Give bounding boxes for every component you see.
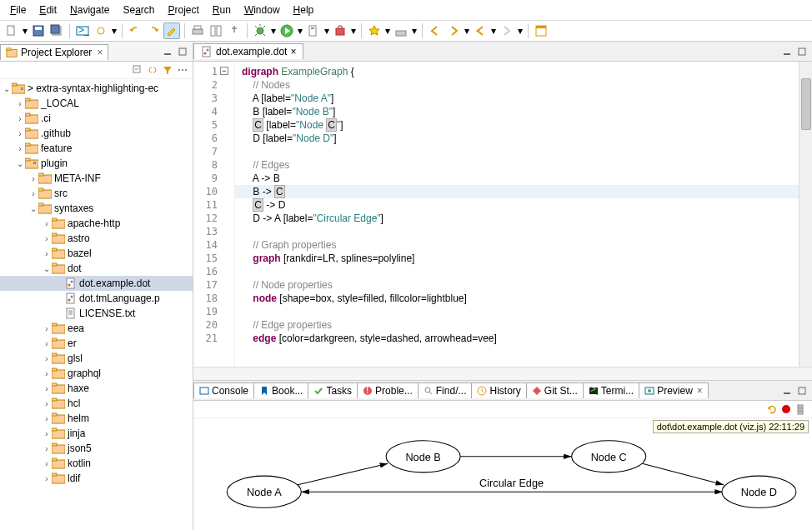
undo-button[interactable] <box>127 22 143 39</box>
svg-rect-4 <box>51 25 59 33</box>
maximize-editor-icon[interactable] <box>795 45 809 58</box>
view-menu-icon[interactable] <box>176 63 189 77</box>
dot-file-icon <box>201 46 213 58</box>
tab-tasks[interactable]: Tasks <box>308 382 358 398</box>
fwd2-dropdown[interactable]: ▾ <box>517 25 524 37</box>
pin-button[interactable] <box>226 22 243 39</box>
new-button[interactable] <box>3 22 20 39</box>
folder-icon <box>52 442 65 454</box>
main-toolbar: ▾ >_ ▾ ▾ ▾ ▾ ▾ ▾ ▾ ▾ ▾ ▾ <box>0 21 812 42</box>
tab-bookmarks[interactable]: Book... <box>253 382 308 398</box>
svg-rect-88 <box>200 388 208 394</box>
menu-search[interactable]: Search <box>116 2 161 18</box>
editor-vscrollbar[interactable] <box>799 62 812 367</box>
collapse-all-icon[interactable] <box>131 63 144 77</box>
tab-find[interactable]: Find/... <box>418 382 473 398</box>
save-button[interactable] <box>30 22 47 39</box>
maximize-bottom-icon[interactable] <box>795 384 809 398</box>
editor-area[interactable]: − 123456789101112131415161718192021 digr… <box>193 62 812 367</box>
menu-navigate[interactable]: Navigate <box>63 2 116 18</box>
build-dropdown[interactable]: ▾ <box>411 25 418 37</box>
last-dropdown[interactable]: ▾ <box>490 25 497 37</box>
print-button[interactable] <box>189 22 206 39</box>
coverage-dropdown[interactable]: ▾ <box>323 25 330 37</box>
menu-edit[interactable]: Edit <box>33 2 63 18</box>
menu-file[interactable]: File <box>3 2 33 18</box>
ext-dropdown[interactable]: ▾ <box>350 25 357 37</box>
svg-rect-45 <box>38 203 43 206</box>
perspective-button[interactable] <box>533 22 549 39</box>
svg-rect-62 <box>52 323 57 326</box>
filter-icon[interactable] <box>161 63 174 77</box>
svg-rect-76 <box>52 428 57 431</box>
forward-button[interactable] <box>445 22 462 39</box>
project-explorer-panel: Project Explorer × ⌄> extra-syntax-highl… <box>0 42 193 530</box>
svg-point-26 <box>182 69 183 71</box>
last-edit-button[interactable] <box>472 22 489 39</box>
editor-tab[interactable]: dot.example.dot × <box>193 43 303 59</box>
tree-item: astro <box>68 232 90 244</box>
nav-dropdown[interactable]: ▾ <box>464 25 470 37</box>
project-explorer-tab[interactable]: Project Explorer × <box>0 44 108 60</box>
close-icon[interactable]: × <box>697 385 703 397</box>
maximize-icon[interactable] <box>176 45 189 58</box>
run-button[interactable] <box>278 22 295 39</box>
project-folder-icon <box>12 82 25 94</box>
svg-rect-39 <box>25 158 30 161</box>
fold-minus-icon[interactable]: − <box>220 67 228 75</box>
menu-project[interactable]: Project <box>161 2 205 18</box>
code-content[interactable]: digraph ExampleGraph { // Nodes A [label… <box>235 62 799 367</box>
run-dropdown[interactable]: ▾ <box>297 25 303 37</box>
forward2-button[interactable] <box>499 22 515 39</box>
link-editor-button[interactable] <box>93 22 109 39</box>
save-all-button[interactable] <box>48 22 65 39</box>
tree-item: .ci <box>41 112 51 124</box>
minimize-icon[interactable] <box>161 45 174 58</box>
settings-icon[interactable] <box>794 402 807 416</box>
link-dropdown[interactable]: ▾ <box>111 25 118 37</box>
minimize-editor-icon[interactable] <box>780 45 794 58</box>
graph-diagram: Node A Node B Node C Node D Circular Edg… <box>193 418 812 530</box>
ext-tools-button[interactable] <box>332 22 348 39</box>
tab-history[interactable]: History <box>471 382 526 398</box>
redo-button[interactable] <box>145 22 162 39</box>
terminal-button[interactable]: >_ <box>74 22 91 39</box>
svg-rect-15 <box>336 28 344 35</box>
back-button[interactable] <box>427 22 444 39</box>
refresh-icon[interactable] <box>765 402 779 416</box>
debug-button[interactable] <box>252 22 268 39</box>
compare-button[interactable] <box>208 22 224 39</box>
project-tree[interactable]: ⌄> extra-syntax-highlighting-ec ›_LOCAL … <box>0 79 193 530</box>
tab-console[interactable]: Console <box>193 382 254 398</box>
tab-problems[interactable]: !Proble... <box>357 382 419 398</box>
svg-rect-7 <box>193 29 203 34</box>
svg-rect-68 <box>52 368 57 371</box>
close-tab-icon[interactable]: × <box>290 46 296 58</box>
build-button[interactable] <box>393 22 409 39</box>
link-with-editor-icon[interactable] <box>146 63 159 77</box>
selected-file[interactable]: dot.example.dot <box>0 276 193 291</box>
tab-preview[interactable]: Preview× <box>639 382 709 398</box>
svg-rect-74 <box>52 413 57 416</box>
tab-terminal[interactable]: >_Termi... <box>583 382 639 398</box>
menu-run[interactable]: Run <box>206 2 238 18</box>
svg-rect-101 <box>798 412 803 414</box>
record-icon[interactable] <box>782 405 790 413</box>
highlight-button[interactable] <box>163 22 180 39</box>
menu-help[interactable]: Help <box>287 2 321 18</box>
close-icon[interactable]: × <box>97 47 103 58</box>
console-icon <box>199 386 209 396</box>
tab-gitstaging[interactable]: Git St... <box>526 382 584 398</box>
editor-hscrollbar[interactable] <box>193 367 812 380</box>
folder-icon <box>52 412 65 424</box>
svg-rect-57 <box>67 293 74 303</box>
debug-dropdown[interactable]: ▾ <box>270 25 277 37</box>
coverage-button[interactable] <box>305 22 322 39</box>
new-wizard-button[interactable] <box>366 22 383 39</box>
svg-point-96 <box>648 389 651 392</box>
menu-window[interactable]: Window <box>238 2 287 18</box>
svg-rect-2 <box>35 27 42 30</box>
wiz-dropdown[interactable]: ▾ <box>384 25 391 37</box>
new-dropdown[interactable]: ▾ <box>22 25 28 37</box>
minimize-bottom-icon[interactable] <box>780 384 794 398</box>
